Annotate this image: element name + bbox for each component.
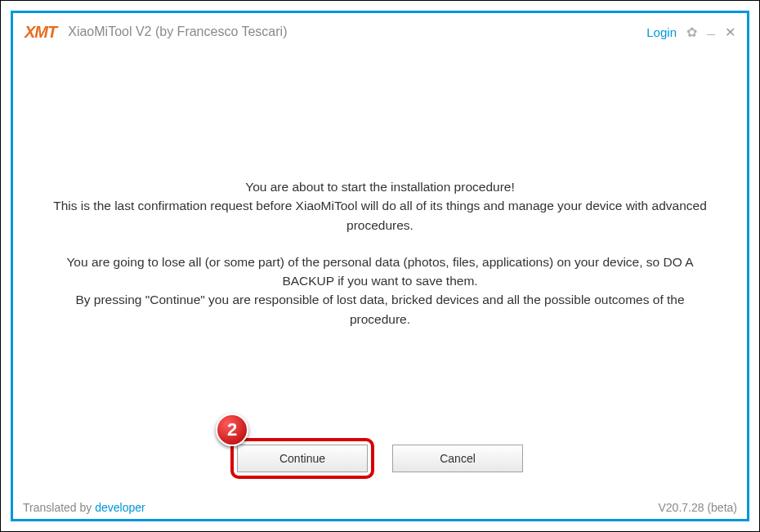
titlebar: XMT XiaoMiTool V2 (by Francesco Tescari)… (13, 13, 747, 51)
app-window: XMT XiaoMiTool V2 (by Francesco Tescari)… (11, 11, 749, 521)
translated-by-label: Translated by (23, 501, 95, 514)
button-row: 2 Continue Cancel (237, 445, 523, 472)
step-badge: 2 (216, 414, 248, 446)
cancel-button[interactable]: Cancel (392, 445, 523, 472)
warning-paragraph-1: You are about to start the installation … (45, 177, 715, 235)
footer-left: Translated by developer (23, 501, 145, 514)
window-title: XiaoMiTool V2 (by Francesco Tescari) (68, 25, 287, 39)
warning-paragraph-2: You are going to lose all (or some part)… (45, 253, 715, 329)
gear-icon[interactable]: ✿ (686, 25, 697, 40)
content-area: You are about to start the installation … (13, 51, 747, 496)
continue-button[interactable]: Continue (237, 445, 368, 472)
version-label: V20.7.28 (beta) (658, 501, 737, 514)
minimize-icon[interactable]: _ (707, 20, 715, 38)
footer: Translated by developer V20.7.28 (beta) (13, 496, 747, 519)
login-link[interactable]: Login (646, 25, 677, 39)
close-icon[interactable]: ✕ (725, 25, 735, 40)
app-logo: XMT (25, 23, 56, 42)
developer-link[interactable]: developer (95, 501, 145, 514)
